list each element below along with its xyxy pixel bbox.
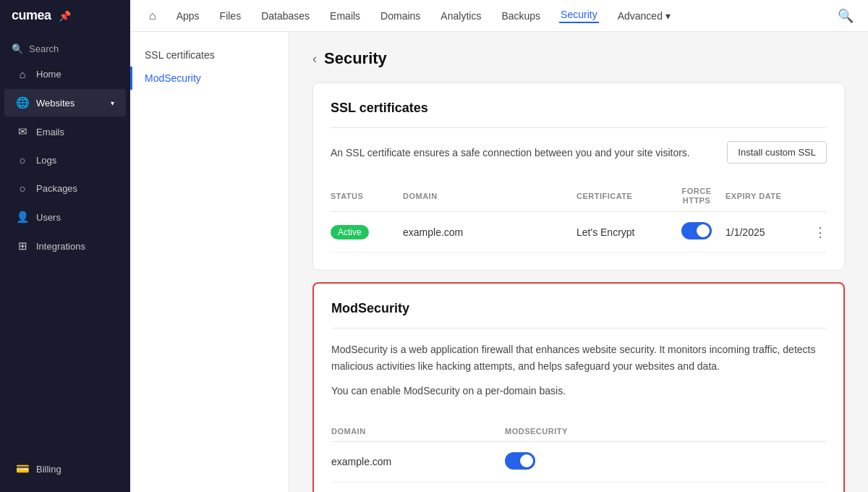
sidebar-item-logs[interactable]: ○ Logs	[4, 147, 126, 174]
back-button[interactable]: ‹	[312, 51, 317, 67]
billing-icon: 💳	[16, 462, 29, 475]
packages-icon: ○	[16, 182, 29, 195]
main-content: ‹ Security SSL certificates An SSL certi…	[289, 32, 868, 492]
nav-home[interactable]: ⌂	[148, 9, 158, 22]
toggle-track	[505, 452, 535, 470]
sidebar: 🔍 Search ⌂ Home 🌐 Websites ▾ ✉ Emails ○ …	[0, 32, 130, 492]
modsecurity-description-1: ModSecurity is a web application firewal…	[331, 342, 826, 374]
ssl-cert-cell: Let's Encrypt	[576, 212, 668, 253]
sidebar-item-billing[interactable]: 💳 Billing	[4, 455, 126, 483]
ssl-domain-cell: example.com	[403, 212, 576, 253]
sidebar-item-integrations[interactable]: ⊞ Integrations	[4, 232, 126, 260]
pin-icon: 📌	[59, 10, 71, 22]
sidebar-item-home[interactable]: ⌂ Home	[4, 61, 126, 88]
modsecurity-table: DOMAIN MODSECURITY example.com	[331, 421, 826, 483]
modsecurity-card-title: ModSecurity	[331, 301, 826, 316]
ssl-col-expiry: EXPIRY DATE	[726, 181, 798, 212]
ssl-col-certificate: CERTIFICATE	[576, 181, 668, 212]
page-header: ‹ Security	[312, 49, 845, 68]
nav-security[interactable]: Security	[559, 9, 599, 23]
nav-files[interactable]: Files	[218, 10, 243, 22]
modsecurity-toggle[interactable]	[505, 452, 535, 470]
home-icon: ⌂	[16, 68, 29, 80]
logo-text: cumea	[12, 8, 51, 23]
search-icon: 🔍	[12, 43, 23, 54]
status-badge: Active	[331, 225, 369, 239]
nav-advanced[interactable]: Advanced ▾	[616, 10, 672, 22]
ssl-expiry-cell: 1/1/2025	[726, 212, 798, 253]
nav-emails[interactable]: Emails	[328, 10, 362, 22]
nav-databases[interactable]: Databases	[260, 10, 311, 22]
logs-icon: ○	[16, 154, 29, 166]
toggle-thumb	[697, 224, 710, 237]
nav-items: ⌂ Apps Files Databases Emails Domains An…	[148, 9, 820, 23]
ssl-card: SSL certificates An SSL certificate ensu…	[312, 82, 845, 271]
nav-domains[interactable]: Domains	[379, 10, 422, 22]
modsec-col-domain: DOMAIN	[331, 421, 505, 442]
ssl-col-force-https: FORCE HTTPS	[668, 181, 726, 212]
ssl-card-title: SSL certificates	[331, 101, 827, 116]
ssl-status-cell: Active	[331, 212, 403, 253]
modsec-toggle-cell	[505, 441, 826, 482]
users-icon: 👤	[16, 211, 29, 224]
logo: cumea 📌	[0, 0, 130, 32]
modsecurity-table-row: example.com	[331, 441, 826, 482]
ssl-force-https-cell	[668, 212, 726, 253]
modsec-col-modsecurity: MODSECURITY	[505, 421, 826, 442]
ssl-col-actions	[798, 181, 827, 212]
ssl-col-domain: DOMAIN	[403, 181, 576, 212]
sidebar-item-users[interactable]: 👤 Users	[4, 203, 126, 231]
email-icon: ✉	[16, 125, 29, 138]
sidebar-search[interactable]: 🔍 Search	[0, 38, 130, 60]
ssl-actions-cell: ⋮	[798, 212, 827, 253]
sub-sidebar-modsecurity[interactable]: ModSecurity	[130, 67, 289, 90]
search-icon[interactable]: 🔍	[838, 8, 854, 24]
install-ssl-button[interactable]: Install custom SSL	[727, 141, 827, 164]
sidebar-item-websites[interactable]: 🌐 Websites ▾	[4, 89, 126, 116]
toggle-thumb	[520, 454, 533, 467]
nav-backups[interactable]: Backups	[500, 10, 542, 22]
globe-icon: 🌐	[16, 96, 29, 109]
nav-apps[interactable]: Apps	[175, 10, 201, 22]
integrations-icon: ⊞	[16, 239, 29, 253]
sub-sidebar: SSL certificates ModSecurity	[130, 32, 289, 492]
sidebar-item-emails[interactable]: ✉ Emails	[4, 118, 126, 145]
ssl-table-row: Active example.com Let's Encrypt 1/1/202…	[331, 212, 827, 253]
ssl-table: STATUS DOMAIN CERTIFICATE FORCE HTTPS EX…	[331, 181, 827, 253]
nav-analytics[interactable]: Analytics	[439, 10, 482, 22]
more-options-icon[interactable]: ⋮	[814, 225, 827, 239]
ssl-desc-row: An SSL certificate ensures a safe connec…	[331, 141, 827, 164]
page-title: Security	[324, 49, 387, 68]
toggle-track	[681, 222, 712, 239]
modsecurity-description-2: You can enable ModSecurity on a per-doma…	[331, 383, 826, 399]
top-navigation: cumea 📌 ⌂ Apps Files Databases Emails Do…	[0, 0, 868, 32]
sub-sidebar-ssl[interactable]: SSL certificates	[130, 43, 289, 67]
force-https-toggle[interactable]	[681, 222, 712, 239]
chevron-down-icon: ▾	[665, 10, 671, 22]
modsec-domain-cell: example.com	[331, 441, 505, 482]
modsecurity-card: ModSecurity ModSecurity is a web applica…	[312, 282, 845, 492]
sidebar-item-packages[interactable]: ○ Packages	[4, 175, 126, 202]
chevron-down-icon: ▾	[111, 99, 114, 107]
ssl-description: An SSL certificate ensures a safe connec…	[331, 147, 690, 158]
ssl-col-status: STATUS	[331, 181, 403, 212]
